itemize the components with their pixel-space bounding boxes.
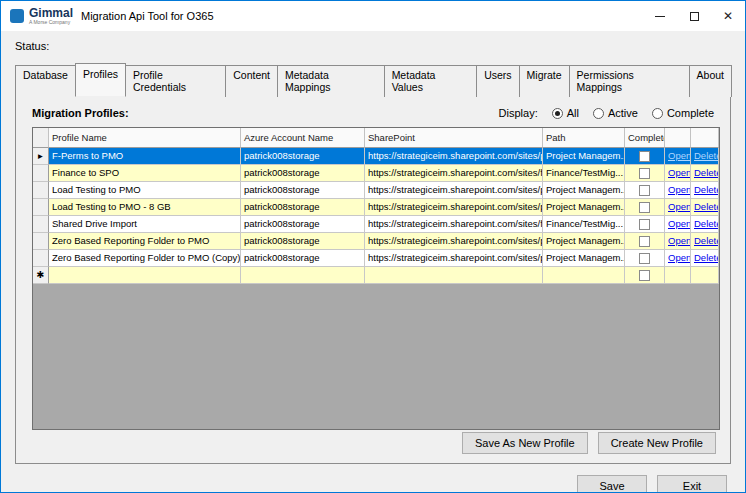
cell-azure-account[interactable]: patrick008storage [241,199,365,216]
cell-profile-name[interactable]: Finance to SPO [49,165,241,182]
tab-metadata-mappings[interactable]: Metadata Mappings [277,65,385,97]
cell-sharepoint[interactable]: https://strategiceim.sharepoint.com/site… [365,216,543,233]
complete-checkbox[interactable] [639,151,650,162]
cell-profile-name[interactable]: Load Testing to PMO - 8 GB [49,199,241,216]
cell-azure-account[interactable]: patrick008storage [241,216,365,233]
tab-profiles[interactable]: Profiles [75,63,126,97]
cell-path[interactable]: Project Managem... [543,250,625,267]
delete-link[interactable]: Delete [694,235,719,246]
row-indicator[interactable] [33,216,49,233]
tab-content[interactable]: Content [225,65,278,97]
cell-delete: Delete [691,250,719,267]
cell-complete [625,165,665,182]
minimize-button[interactable] [643,1,677,31]
cell-sharepoint[interactable]: https://strategiceim.sharepoint.com/site… [365,182,543,199]
complete-checkbox[interactable] [639,270,650,281]
cell-profile-name[interactable]: F-Perms to PMO [49,148,241,165]
cell-azure-account[interactable]: patrick008storage [241,148,365,165]
tab-migrate[interactable]: Migrate [519,65,570,97]
col-header-profile-name[interactable]: Profile Name [49,128,241,148]
col-header-complete[interactable]: Complete [625,128,665,148]
grid-row[interactable]: Load Testing to PMO - 8 GBpatrick008stor… [33,199,719,216]
cell-sharepoint[interactable] [365,267,543,284]
row-indicator[interactable] [33,165,49,182]
delete-link[interactable]: Delete [694,252,719,263]
cell-azure-account[interactable]: patrick008storage [241,182,365,199]
grid-new-row[interactable]: ✱ [33,267,719,284]
tab-about[interactable]: About [689,65,732,97]
cell-path[interactable]: Finance/TestMig... [543,216,625,233]
display-option-complete[interactable]: Complete [652,107,714,119]
open-link[interactable]: Open [668,235,691,246]
grid-row[interactable]: Load Testing to PMOpatrick008storagehttp… [33,182,719,199]
cell-profile-name[interactable]: Zero Based Reporting Folder to PMO [49,233,241,250]
row-indicator[interactable] [33,182,49,199]
tab-strip: DatabaseProfilesProfile CredentialsConte… [15,65,731,97]
tab-users[interactable]: Users [476,65,519,97]
complete-checkbox[interactable] [639,202,650,213]
row-indicator[interactable] [33,233,49,250]
open-link[interactable]: Open [668,218,691,229]
cell-path[interactable]: Project Managem... [543,199,625,216]
complete-checkbox[interactable] [639,185,650,196]
cell-azure-account[interactable] [241,267,365,284]
cell-path[interactable]: Project Managem... [543,233,625,250]
tab-metadata-values[interactable]: Metadata Values [384,65,478,97]
save-button[interactable]: Save [577,475,647,493]
cell-sharepoint[interactable]: https://strategiceim.sharepoint.com/site… [365,250,543,267]
col-header-path[interactable]: Path [543,128,625,148]
row-indicator[interactable]: ✱ [33,267,49,284]
complete-checkbox[interactable] [639,219,650,230]
cell-path[interactable]: Project Managem... [543,148,625,165]
cell-profile-name[interactable]: Load Testing to PMO [49,182,241,199]
delete-link[interactable]: Delete [694,167,719,178]
open-link[interactable]: Open [668,184,691,195]
cell-profile-name[interactable] [49,267,241,284]
row-indicator[interactable] [33,199,49,216]
row-indicator[interactable]: ▸ [33,148,49,165]
row-indicator[interactable] [33,250,49,267]
exit-button[interactable]: Exit [657,475,727,493]
cell-azure-account[interactable]: patrick008storage [241,233,365,250]
open-link[interactable]: Open [668,167,691,178]
cell-azure-account[interactable]: patrick008storage [241,250,365,267]
save-as-new-profile-button[interactable]: Save As New Profile [462,432,588,454]
cell-path[interactable]: Finance/TestMig... [543,165,625,182]
grid-row[interactable]: Finance to SPOpatrick008storagehttps://s… [33,165,719,182]
grid-row[interactable]: Shared Drive Importpatrick008storagehttp… [33,216,719,233]
brand-name: Gimmal [29,7,73,19]
cell-path[interactable]: Project Managem... [543,182,625,199]
grid-row[interactable]: Zero Based Reporting Folder to PMO (Copy… [33,250,719,267]
cell-path[interactable] [543,267,625,284]
maximize-button[interactable] [677,1,711,31]
delete-link[interactable]: Delete [694,218,719,229]
tab-profile-credentials[interactable]: Profile Credentials [125,65,226,97]
cell-azure-account[interactable]: patrick008storage [241,165,365,182]
delete-link[interactable]: Delete [694,150,719,161]
tab-database[interactable]: Database [15,65,76,97]
cell-profile-name[interactable]: Zero Based Reporting Folder to PMO (Copy… [49,250,241,267]
cell-profile-name[interactable]: Shared Drive Import [49,216,241,233]
grid-row[interactable]: Zero Based Reporting Folder to PMOpatric… [33,233,719,250]
complete-checkbox[interactable] [639,236,650,247]
open-link[interactable]: Open [668,252,691,263]
display-option-all[interactable]: All [552,107,579,119]
col-header-sharepoint[interactable]: SharePoint [365,128,543,148]
delete-link[interactable]: Delete [694,184,719,195]
display-option-active[interactable]: Active [593,107,638,119]
complete-checkbox[interactable] [639,168,650,179]
open-link[interactable]: Open [668,150,691,161]
close-button[interactable]: ✕ [711,1,745,31]
cell-sharepoint[interactable]: https://strategiceim.sharepoint.com/site… [365,165,543,182]
open-link[interactable]: Open [668,201,691,212]
complete-checkbox[interactable] [639,253,650,264]
cell-sharepoint[interactable]: https://strategiceim.sharepoint.com/site… [365,233,543,250]
cell-open: Open [665,233,691,250]
cell-sharepoint[interactable]: https://strategiceim.sharepoint.com/site… [365,199,543,216]
create-new-profile-button[interactable]: Create New Profile [598,432,716,454]
delete-link[interactable]: Delete [694,201,719,212]
tab-permissions-mappings[interactable]: Permissions Mappings [569,65,690,97]
col-header-azure-account-name[interactable]: Azure Account Name [241,128,365,148]
cell-sharepoint[interactable]: https://strategiceim.sharepoint.com/site… [365,148,543,165]
grid-row[interactable]: ▸F-Perms to PMOpatrick008storagehttps://… [33,148,719,165]
